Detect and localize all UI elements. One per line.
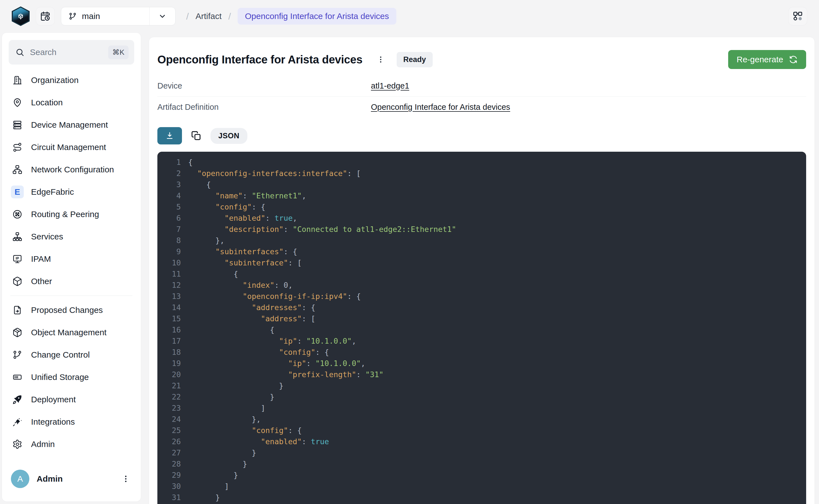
- file-arrow-icon: [12, 305, 23, 315]
- user-row[interactable]: A Admin: [9, 470, 134, 488]
- line-content: {: [181, 324, 274, 336]
- sidebar-item-change-control[interactable]: Change Control: [9, 344, 134, 366]
- line-content: "description": "Connected to atl1-edge2:…: [181, 224, 456, 235]
- search-input[interactable]: Search ⌘K: [9, 40, 134, 65]
- line-number: 24: [157, 414, 181, 425]
- sidebar-item-object-management[interactable]: Object Management: [9, 321, 134, 344]
- chevron-down-icon: [149, 7, 175, 25]
- topology-button[interactable]: [788, 7, 807, 25]
- line-content: {: [181, 268, 238, 280]
- breadcrumb-current[interactable]: Openconfig Interface for Arista devices: [237, 8, 396, 25]
- code-line: 31 }: [157, 492, 806, 503]
- line-content: }: [181, 492, 220, 503]
- sidebar-item-integrations[interactable]: Integrations: [9, 411, 134, 433]
- copy-button[interactable]: [191, 130, 201, 141]
- user-name: Admin: [37, 474, 63, 484]
- code-line: 28 }: [157, 458, 806, 470]
- sidebar-nav: Organization Location Device Management …: [9, 69, 134, 455]
- network-icon: [12, 164, 23, 175]
- sidebar-item-other[interactable]: Other: [9, 270, 134, 293]
- line-number: 12: [157, 280, 181, 291]
- sidebar-item-admin[interactable]: Admin: [9, 433, 134, 455]
- code-line: 4 "name": "Ethernet1",: [157, 190, 806, 201]
- breadcrumb-separator: /: [228, 11, 231, 22]
- avatar: A: [11, 470, 29, 488]
- search-icon: [15, 48, 24, 57]
- code-toolbar: JSON: [157, 127, 806, 144]
- line-content: }: [181, 447, 256, 458]
- line-content: }: [181, 380, 283, 391]
- sidebar-item-location[interactable]: Location: [9, 91, 134, 114]
- sidebar-item-network-configuration[interactable]: Network Configuration: [9, 158, 134, 181]
- gear-icon: [12, 439, 23, 450]
- line-content: "config": {: [181, 425, 301, 436]
- status-badge: Ready: [396, 52, 433, 67]
- title-menu-button[interactable]: [375, 54, 386, 65]
- line-content: "openconfig-if-ip:ipv4": {: [181, 291, 361, 302]
- line-content: {: [181, 179, 211, 190]
- field-value-link[interactable]: Openconfig Interface for Arista devices: [371, 103, 510, 112]
- code-line: 18 "config": {: [157, 347, 806, 358]
- line-content: ]: [181, 403, 265, 414]
- sidebar-item-ipam[interactable]: IP IPAM: [9, 248, 134, 270]
- line-number: 31: [157, 492, 181, 503]
- map-pin-icon: [12, 97, 23, 108]
- line-number: 18: [157, 347, 181, 358]
- user-menu-button[interactable]: [120, 473, 132, 485]
- line-content: "config": {: [181, 201, 265, 213]
- sidebar-item-edgefabric[interactable]: E EdgeFabric: [9, 181, 134, 203]
- sidebar-item-label: Admin: [31, 439, 55, 449]
- line-content: }: [181, 470, 238, 481]
- rocket-icon: [12, 394, 23, 405]
- format-badge: JSON: [210, 128, 247, 144]
- sidebar-item-services[interactable]: Services: [9, 225, 134, 248]
- branch-selector[interactable]: main: [61, 7, 175, 25]
- sidebar-item-unified-storage[interactable]: Unified Storage: [9, 366, 134, 388]
- artifact-fields: Device atl1-edge1 Artifact Definition Op…: [157, 75, 806, 118]
- code-line: 29 }: [157, 470, 806, 481]
- sidebar-item-circuit-management[interactable]: Circuit Management: [9, 136, 134, 158]
- sidebar-item-routing-peering[interactable]: Routing & Peering: [9, 203, 134, 225]
- line-number: 27: [157, 447, 181, 458]
- calendar-button[interactable]: [36, 7, 55, 25]
- code-viewer: 1 { 2 "openconfig-interfaces:interface":…: [157, 152, 806, 504]
- app-logo[interactable]: [12, 6, 30, 26]
- breadcrumb-artifact[interactable]: Artifact: [195, 11, 221, 21]
- download-button[interactable]: [157, 127, 182, 144]
- code-line: 8 },: [157, 235, 806, 246]
- app-logo-icon: [13, 8, 28, 25]
- sidebar-item-device-management[interactable]: Device Management: [9, 114, 134, 136]
- regenerate-label: Re-generate: [737, 55, 783, 64]
- copy-icon: [191, 130, 201, 141]
- line-content: "ip": "10.1.0.0",: [181, 358, 365, 369]
- code-line: 21 }: [157, 380, 806, 391]
- regenerate-button[interactable]: Re-generate: [728, 50, 806, 69]
- code-line: 26 "enabled": true: [157, 436, 806, 447]
- line-content: "openconfig-interfaces:interface": [: [181, 168, 361, 179]
- git-branch-icon: [68, 12, 77, 20]
- sidebar-item-label: Network Configuration: [31, 165, 114, 174]
- search-placeholder: Search: [30, 47, 103, 57]
- router-icon: [12, 209, 23, 220]
- code-line: 15 "address": [: [157, 313, 806, 324]
- edgefabric-icon: E: [11, 186, 24, 198]
- line-number: 19: [157, 358, 181, 369]
- line-content: "ip": "10.1.0.0",: [181, 336, 356, 347]
- line-number: 15: [157, 313, 181, 324]
- line-content: "enabled": true,: [181, 213, 297, 224]
- line-content: "addresses": {: [181, 302, 315, 313]
- line-number: 10: [157, 257, 181, 268]
- line-number: 1: [157, 157, 181, 168]
- line-number: 20: [157, 369, 181, 380]
- line-content: },: [181, 414, 261, 425]
- sidebar-item-label: Location: [31, 98, 63, 107]
- code-line: 13 "openconfig-if-ip:ipv4": {: [157, 291, 806, 302]
- svg-text:IP: IP: [16, 256, 19, 260]
- sidebar-item-proposed-changes[interactable]: Proposed Changes: [9, 299, 134, 321]
- sidebar-item-label: Deployment: [31, 395, 76, 404]
- field-value-link[interactable]: atl1-edge1: [371, 81, 409, 91]
- sidebar-item-organization[interactable]: Organization: [9, 69, 134, 91]
- topbar: main / Artifact / Openconfig Interface f…: [0, 0, 819, 32]
- sidebar-item-deployment[interactable]: Deployment: [9, 388, 134, 411]
- line-content: {: [181, 157, 193, 168]
